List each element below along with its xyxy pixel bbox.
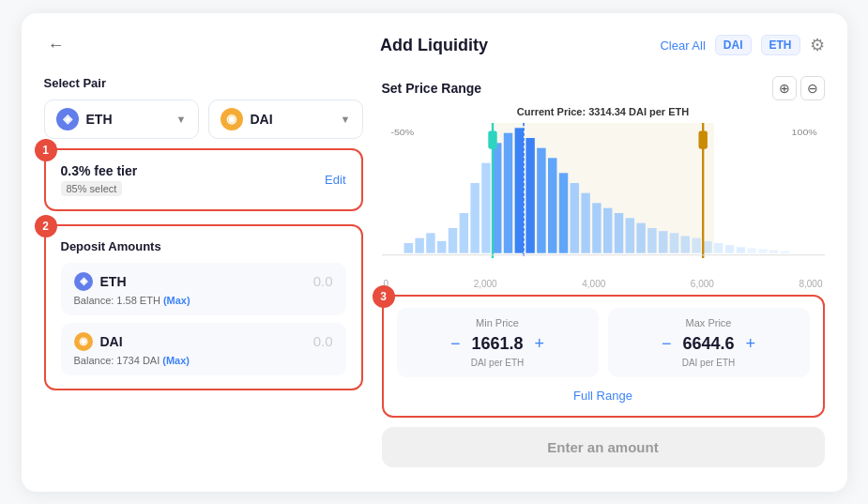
dai-badge: DAI <box>715 35 752 55</box>
price-row: Min Price − 1661.8 + DAI per ETH Max Pri… <box>397 308 810 377</box>
dai-token-select[interactable]: ◉ DAI ▼ <box>208 99 363 139</box>
eth-deposit-amount[interactable]: 0.0 <box>313 273 333 289</box>
dai-icon: ◉ <box>221 108 243 130</box>
max-price-card: Max Price − 6644.6 + DAI per ETH <box>608 308 810 377</box>
svg-rect-7 <box>470 183 479 253</box>
dai-max-button[interactable]: (Max) <box>162 355 190 366</box>
svg-rect-18 <box>592 203 601 252</box>
header: ← Add Liquidity Clear All DAI ETH ⚙ <box>44 32 825 59</box>
svg-rect-9 <box>493 143 501 252</box>
svg-rect-2 <box>415 237 423 252</box>
price-range-header: Set Price Range ⊕ ⊖ <box>382 76 825 100</box>
eth-deposit-icon: ◈ <box>74 272 93 291</box>
eth-deposit-balance: Balance: 1.58 ETH (Max) <box>74 295 333 306</box>
svg-rect-32 <box>747 248 755 252</box>
step2-badge: 2 <box>35 215 57 237</box>
current-price: Current Price: 3314.34 DAI per ETH <box>382 106 825 117</box>
svg-rect-22 <box>636 222 645 252</box>
eth-deposit-top: ◈ ETH 0.0 <box>74 272 333 291</box>
zoom-out-button[interactable]: ⊖ <box>800 76 825 100</box>
dai-deposit-token: ◉ DAI <box>74 332 123 351</box>
min-price-minus-button[interactable]: − <box>447 335 464 352</box>
main-container: ← Add Liquidity Clear All DAI ETH ⚙ Sele… <box>22 13 847 492</box>
settings-button[interactable]: ⚙ <box>810 35 825 55</box>
svg-rect-15 <box>558 173 567 252</box>
x-label-6000: 6,000 <box>691 279 714 289</box>
eth-token-name: ETH <box>86 112 113 127</box>
svg-rect-33 <box>758 249 767 252</box>
max-price-unit: DAI per ETH <box>619 358 799 368</box>
svg-rect-12 <box>525 138 534 253</box>
eth-badge: ETH <box>761 35 800 55</box>
min-price-value-row: − 1661.8 + <box>408 334 587 354</box>
page-title: Add Liquidity <box>380 36 488 55</box>
full-range-button[interactable]: Full Range <box>397 387 810 405</box>
eth-icon: ◈ <box>56 108 79 130</box>
svg-rect-10 <box>503 132 511 252</box>
dai-chevron-icon: ▼ <box>341 114 351 125</box>
svg-rect-29 <box>714 243 723 253</box>
max-price-minus-button[interactable]: − <box>658 335 676 352</box>
zoom-controls: ⊕ ⊖ <box>772 76 825 100</box>
back-button[interactable]: ← <box>44 32 69 59</box>
deposit-amounts-box: 2 Deposit Amounts ◈ ETH 0.0 Balance: 1.5… <box>44 224 363 390</box>
price-chart: -50% 100% <box>382 123 825 273</box>
eth-chevron-icon: ▼ <box>176 114 187 125</box>
svg-rect-17 <box>581 192 589 252</box>
zoom-in-button[interactable]: ⊕ <box>772 76 797 100</box>
max-price-plus-button[interactable]: + <box>742 335 760 352</box>
svg-rect-3 <box>426 233 434 252</box>
svg-rect-5 <box>448 228 456 253</box>
pair-selector: ◈ ETH ▼ ◉ DAI ▼ <box>44 99 363 139</box>
x-label-4000: 4,000 <box>582 279 605 289</box>
svg-rect-34 <box>769 250 778 252</box>
fee-tier-label: 0.3% fee tier <box>61 163 138 178</box>
svg-rect-30 <box>724 245 733 253</box>
min-price-plus-button[interactable]: + <box>531 335 549 352</box>
dai-deposit-icon: ◉ <box>74 332 93 351</box>
select-pair-label: Select Pair <box>44 76 363 90</box>
dai-deposit-name: DAI <box>100 334 123 349</box>
dai-deposit-balance: Balance: 1734 DAI (Max) <box>74 355 333 366</box>
min-price-card: Min Price − 1661.8 + DAI per ETH <box>397 308 599 377</box>
min-price-label: Min Price <box>408 317 587 328</box>
header-right: Clear All DAI ETH ⚙ <box>660 35 824 55</box>
enter-amount-button[interactable]: Enter an amount <box>382 427 825 467</box>
edit-fee-button[interactable]: Edit <box>325 173 345 187</box>
svg-rect-35 <box>780 251 788 252</box>
step1-badge: 1 <box>35 139 57 161</box>
svg-rect-19 <box>603 207 612 252</box>
chart-x-labels: 0 2,000 4,000 6,000 8,000 <box>382 279 825 289</box>
eth-token-select[interactable]: ◈ ETH ▼ <box>44 99 199 139</box>
svg-rect-28 <box>703 240 711 252</box>
min-price-value: 1661.8 <box>471 334 523 354</box>
fee-tier-box: 1 0.3% fee tier 85% select Edit <box>44 148 363 211</box>
svg-rect-13 <box>537 147 545 252</box>
svg-rect-31 <box>736 247 744 252</box>
svg-rect-40 <box>698 130 707 148</box>
max-price-value: 6644.6 <box>682 334 734 354</box>
dai-deposit-amount[interactable]: 0.0 <box>313 333 333 349</box>
clear-all-button[interactable]: Clear All <box>660 38 705 53</box>
svg-rect-11 <box>514 128 523 252</box>
chart-area: -50% 100% <box>382 123 825 273</box>
svg-rect-27 <box>692 237 700 252</box>
svg-text:-50%: -50% <box>390 127 414 136</box>
svg-rect-14 <box>548 158 556 252</box>
main-layout: Select Pair ◈ ETH ▼ ◉ DAI ▼ 1 0.3% fee t <box>44 76 825 468</box>
eth-max-button[interactable]: (Max) <box>163 295 190 306</box>
svg-rect-4 <box>437 240 446 252</box>
dai-deposit-row: ◉ DAI 0.0 Balance: 1734 DAI (Max) <box>61 323 346 375</box>
svg-rect-1 <box>404 243 412 253</box>
svg-rect-21 <box>625 218 633 252</box>
svg-rect-37 <box>488 130 496 148</box>
dai-token-name: DAI <box>251 112 273 127</box>
price-range-title: Set Price Range <box>382 81 482 96</box>
x-label-2000: 2,000 <box>474 279 497 289</box>
max-price-value-row: − 6644.6 + <box>619 334 799 354</box>
svg-rect-24 <box>659 231 667 252</box>
svg-rect-6 <box>459 213 467 253</box>
fee-info: 0.3% fee tier 85% select <box>61 163 138 196</box>
deposit-label: Deposit Amounts <box>61 239 346 253</box>
fee-select-pct: 85% select <box>61 181 123 196</box>
